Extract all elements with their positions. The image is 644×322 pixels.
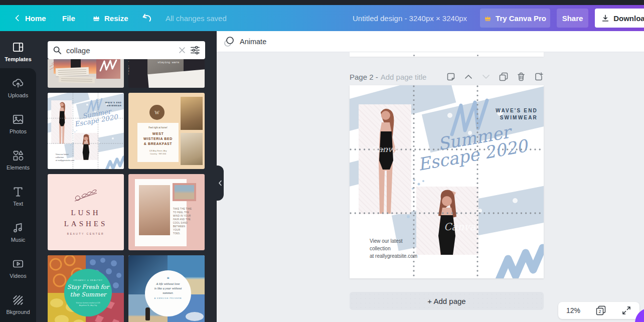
- note-paper: [56, 67, 89, 76]
- quote-badge: ❝ A life without love is like a year wit…: [145, 270, 191, 316]
- interior-photo: [181, 133, 203, 165]
- brand-name: LUSH LASHES BEAUTY CENTER: [48, 207, 124, 235]
- sidebar-item-videos[interactable]: Videos: [0, 250, 36, 286]
- model-photo-1: [359, 104, 411, 214]
- page2-canvas[interactable]: WAVE'S ENDSWIMWEAR SummerEscape 2020 Vie…: [350, 85, 544, 278]
- info-card: Feel right at home! WEST WISTERIA BED & …: [137, 123, 179, 162]
- sidebar-item-uploads[interactable]: Uploads: [0, 69, 36, 105]
- sidebar-nav: Templates Uploads Photos Elements Text M…: [0, 31, 36, 322]
- grid-dot: [413, 55, 415, 56]
- page-count-button[interactable]: 2: [596, 305, 606, 315]
- home-label: Home: [25, 14, 46, 23]
- caption-text: View our latestcollectionat reallygreats…: [56, 153, 74, 162]
- canvas-area[interactable]: Page 2 - Add page title: [217, 52, 644, 322]
- photos-icon: [12, 113, 25, 126]
- pink-photo: [96, 59, 120, 79]
- background-icon: [12, 293, 25, 306]
- add-page-button[interactable]: + Add page: [350, 292, 544, 310]
- caption-text[interactable]: View our latestcollectionat reallygreats…: [370, 237, 417, 260]
- text-icon: [12, 185, 25, 198]
- sidebar-item-music[interactable]: Music: [0, 214, 36, 250]
- download-icon: [601, 14, 609, 22]
- sidebar-item-background[interactable]: Bkground: [0, 286, 36, 322]
- interior-photo: [181, 97, 203, 130]
- home-button[interactable]: Home: [14, 5, 46, 31]
- sidebar-item-photos[interactable]: Photos: [0, 105, 36, 141]
- videos-icon: [12, 257, 25, 270]
- canva-watermark: Canva: [444, 221, 475, 233]
- page-actions: [446, 72, 544, 82]
- context-toolbar: Animate: [217, 31, 644, 52]
- notes-icon[interactable]: [446, 72, 456, 82]
- crown-icon: [92, 15, 100, 22]
- filter-icon[interactable]: [190, 45, 200, 55]
- page2-header: Page 2 - Add page title: [350, 70, 544, 83]
- sidebar-item-elements[interactable]: Elements: [0, 141, 36, 178]
- templates-panel: KEEP T look good while staying warm: [36, 31, 217, 322]
- sand-photo: [139, 185, 170, 235]
- template-thumb-stay-fresh[interactable]: ORGANIC & HEALTHY Stay Fresh forthe Summ…: [48, 255, 124, 322]
- template-thumb-summer-proverb[interactable]: ❝ A life without love is like a year wit…: [128, 255, 205, 322]
- fullscreen-icon[interactable]: [621, 305, 631, 315]
- resize-button[interactable]: Resize: [92, 5, 128, 31]
- figure-silhouette: [145, 307, 150, 320]
- thumb-text: look good while staying warm: [157, 59, 185, 65]
- note-paper: [59, 76, 95, 83]
- sidebar-item-templates[interactable]: Templates: [0, 33, 36, 69]
- template-thumb-lush-lashes[interactable]: LUSH LASHES BEAUTY CENTER: [48, 174, 124, 250]
- add-page-after-icon[interactable]: [534, 72, 544, 82]
- templates-icon: [12, 41, 25, 54]
- move-page-up-icon[interactable]: [463, 72, 473, 82]
- window-top-strip: [0, 0, 644, 5]
- search-bar[interactable]: [48, 41, 205, 59]
- download-button[interactable]: Download: [595, 9, 644, 28]
- template-thumb-beige-collage[interactable]: [48, 59, 124, 88]
- share-button[interactable]: Share: [557, 9, 588, 28]
- file-menu[interactable]: File: [62, 5, 75, 31]
- teal-badge: ORGANIC & HEALTHY Stay Fresh forthe Summ…: [64, 269, 112, 316]
- templates-scroll-area[interactable]: KEEP T look good while staying warm: [48, 59, 205, 322]
- white-scribble: [96, 59, 120, 79]
- view-controls: 12% 2: [558, 302, 639, 319]
- undo-button[interactable]: [141, 5, 152, 31]
- document-title[interactable]: Untitled design - 3240px × 3240px: [353, 5, 467, 31]
- vertical-text: KEEP T: [128, 60, 129, 75]
- scaled-design: WAVE'S ENDSWIMWEAR SummerEscape 2020 Vie…: [48, 93, 124, 169]
- undo-icon: [141, 13, 152, 23]
- template-thumb-beach-quote[interactable]: TAKE THE TIME TO FEEL THE WIND IN YOUR H…: [128, 174, 205, 250]
- animate-button[interactable]: Animate: [224, 36, 266, 47]
- monogram-badge: W: [149, 105, 165, 120]
- brush-zigzag: [498, 248, 543, 278]
- try-canva-pro-button[interactable]: Try Canva Pro: [480, 9, 550, 28]
- animate-icon: [224, 36, 235, 47]
- clear-search-icon[interactable]: [179, 47, 186, 54]
- back-chevron-icon: [14, 15, 21, 22]
- page1-bottom-edge[interactable]: [350, 52, 544, 57]
- music-icon: [12, 221, 25, 234]
- zoom-level[interactable]: 12%: [566, 306, 580, 314]
- template-thumb-keep-warm[interactable]: KEEP T look good while staying warm: [128, 59, 205, 88]
- sidebar-item-text[interactable]: Text: [0, 178, 36, 214]
- template-thumb-summer-escape[interactable]: WAVE'S ENDSWIMWEAR SummerEscape 2020 Vie…: [48, 93, 124, 169]
- canva-watermark: Canva: [372, 144, 397, 154]
- grid-dot: [477, 55, 478, 56]
- page-label: Page 2 -: [350, 73, 378, 81]
- delete-page-icon[interactable]: [516, 72, 526, 82]
- duplicate-page-icon[interactable]: [499, 72, 509, 82]
- summer-escape-design[interactable]: WAVE'S ENDSWIMWEAR SummerEscape 2020 Vie…: [350, 85, 544, 278]
- header-bar: Home File Resize All changes saved Untit…: [0, 5, 644, 31]
- page-title-placeholder[interactable]: Add page title: [381, 73, 427, 81]
- uploads-icon: [12, 77, 25, 90]
- search-icon: [53, 46, 62, 55]
- quote-text: TAKE THE TIME TO FEEL THE WIND IN YOUR H…: [173, 207, 193, 235]
- floral-icon: [72, 187, 100, 204]
- template-thumb-west-wisteria[interactable]: W Feel right at home! WEST WISTERIA BED …: [128, 93, 205, 169]
- autosave-status: All changes saved: [166, 5, 227, 31]
- elements-icon: [12, 149, 25, 162]
- crown-icon: [484, 15, 492, 22]
- framed-beach-photo: [173, 183, 196, 201]
- move-page-down-icon[interactable]: [481, 72, 491, 82]
- search-input[interactable]: [66, 46, 174, 55]
